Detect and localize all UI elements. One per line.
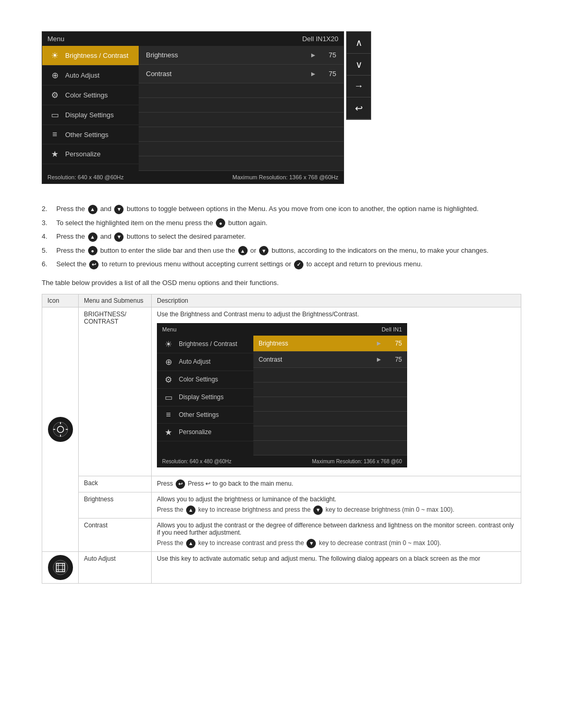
brightness-desc: Use the Brightness and Contrast menu to … <box>152 307 521 476</box>
down-icon: ▼ <box>114 205 124 214</box>
up-icon: ▲ <box>238 246 248 255</box>
mini-sidebar-label: Auto Adjust <box>179 358 211 365</box>
mini-sidebar-icon: ≡ <box>161 410 176 419</box>
osd-btn-back[interactable]: ↩ <box>347 97 371 119</box>
row-arrow: ▶ <box>311 71 315 77</box>
mini-osd-header: Menu Dell IN1 <box>157 323 407 336</box>
table-row-contrast: Contrast Allows you to adjust the contra… <box>42 518 521 551</box>
mini-osd-footer: Resolution: 640 x 480 @60Hz Maximum Reso… <box>157 455 407 467</box>
osd-header-model: Dell IN1X20 <box>302 35 338 43</box>
sidebar-icon: ⊕ <box>47 70 62 80</box>
back-icon: ↩ <box>176 479 185 489</box>
sidebar-icon: ⚙ <box>47 90 62 100</box>
mini-sidebar-item[interactable]: ☀Brightness / Contrast <box>157 336 253 353</box>
table-header-desc: Description <box>152 294 521 307</box>
instructions-list: 2. Press the ▲ and ▼ buttons to toggle b… <box>42 204 521 269</box>
sidebar-icon: ☀ <box>47 51 62 60</box>
mini-content-row: Brightness▶75 <box>253 336 407 352</box>
sidebar-label: Other Settings <box>65 131 108 139</box>
sidebar-item-display-settings[interactable]: ▭Display Settings <box>42 105 139 125</box>
sub-item-back: Back <box>79 476 152 492</box>
list-item: 6. Select the ↩ to return to previous me… <box>42 259 521 269</box>
down-icon: ▼ <box>313 505 323 515</box>
sub-item-contrast: Contrast <box>79 518 152 551</box>
accept-icon: ✓ <box>294 260 303 269</box>
list-item: 5. Press the ● button to enter the slide… <box>42 245 521 256</box>
table-row-brightness: Brightness Allows you to adjust the brig… <box>42 492 521 518</box>
list-item: 2. Press the ▲ and ▼ buttons to toggle b… <box>42 204 521 214</box>
brightness-icon <box>48 417 73 442</box>
down-icon: ▼ <box>114 232 124 242</box>
sidebar-item-color-settings[interactable]: ⚙Color Settings <box>42 85 139 105</box>
sidebar-label: Display Settings <box>65 111 114 119</box>
mini-sidebar-item[interactable]: ⚙Color Settings <box>157 371 253 389</box>
osd-table: Icon Menu and Submenus Description <box>42 294 521 584</box>
down-icon: ▼ <box>307 539 316 548</box>
auto-adjust-icon-cell <box>42 551 79 583</box>
brightness-menu-name: BRIGHTNESS/ CONTRAST <box>79 307 152 476</box>
row-value: 75 <box>321 51 336 59</box>
table-row-back: Back Press ↩ Press ↩ to go back to the m… <box>42 476 521 492</box>
mini-sidebar-icon: ☀ <box>161 339 176 349</box>
mini-row-label: Brightness <box>259 340 372 347</box>
sidebar-icon: ★ <box>47 149 62 159</box>
auto-adjust-menu-name: Auto Adjust <box>79 551 152 583</box>
up-icon: ▲ <box>88 232 97 242</box>
sidebar-icon: ≡ <box>47 130 62 139</box>
mini-content-row: Contrast▶75 <box>253 352 407 368</box>
mini-row-value: 75 <box>386 356 402 363</box>
sidebar-label: Auto Adjust <box>65 71 100 79</box>
mini-sidebar-icon: ⚙ <box>161 375 176 385</box>
mini-row-value: 75 <box>386 340 402 347</box>
sidebar-icon: ▭ <box>47 110 62 120</box>
mini-osd-content: Brightness▶75Contrast▶75 <box>253 336 407 455</box>
osd-header-title: Menu <box>47 35 65 43</box>
mini-sidebar-label: Color Settings <box>179 376 218 383</box>
mini-osd: Menu Dell IN1 ☀Brightness / Contrast⊕Aut… <box>157 323 407 467</box>
sub-desc-back: Press ↩ Press ↩ to go back to the main m… <box>152 476 521 492</box>
sidebar-item-brightness-/-contrast[interactable]: ☀Brightness / Contrast <box>42 46 139 66</box>
osd-content: Brightness▶75Contrast▶75 <box>139 46 344 171</box>
table-intro: The table below provides a list of all t… <box>42 279 521 287</box>
osd-header: Menu Dell IN1X20 <box>42 32 344 46</box>
row-arrow: ▶ <box>311 52 315 58</box>
table-header-icon: Icon <box>42 294 79 307</box>
mini-row-arrow: ▶ <box>377 356 381 362</box>
mini-sidebar-icon: ⊕ <box>161 357 176 367</box>
mini-sidebar-item[interactable]: ▭Display Settings <box>157 389 253 406</box>
sidebar-label: Brightness / Contrast <box>65 52 128 59</box>
enter-icon: ● <box>216 218 225 228</box>
osd-footer-max-res: Maximum Resolution: 1366 x 768 @60Hz <box>232 174 338 180</box>
osd-btn-right[interactable]: → <box>347 76 371 97</box>
mini-sidebar-item[interactable]: ★Personalize <box>157 424 253 441</box>
mini-sidebar-label: Other Settings <box>179 411 219 418</box>
osd-footer-res: Resolution: 640 x 480 @60Hz <box>47 174 124 180</box>
sidebar-item-personalize[interactable]: ★Personalize <box>42 144 139 164</box>
osd-sidebar: ☀Brightness / Contrast⊕Auto Adjust⚙Color… <box>42 46 139 171</box>
brightness-icon-cell <box>42 307 79 551</box>
mini-sidebar-item[interactable]: ≡Other Settings <box>157 406 253 424</box>
enter-icon: ● <box>88 246 97 255</box>
mini-sidebar-icon: ★ <box>161 427 176 437</box>
mini-sidebar-label: Display Settings <box>179 393 224 401</box>
mini-sidebar-label: Brightness / Contrast <box>179 340 237 348</box>
row-label: Contrast <box>146 70 306 78</box>
top-osd-menu: Menu Dell IN1X20 ☀Brightness / Contrast⊕… <box>42 31 344 184</box>
sidebar-label: Personalize <box>65 150 101 158</box>
mini-row-arrow: ▶ <box>377 340 381 346</box>
mini-sidebar-item[interactable]: ⊕Auto Adjust <box>157 353 253 371</box>
sidebar-item-other-settings[interactable]: ≡Other Settings <box>42 125 139 144</box>
list-item: 3. To select the highlighted item on the… <box>42 218 521 228</box>
osd-body: ☀Brightness / Contrast⊕Auto Adjust⚙Color… <box>42 46 344 171</box>
sub-desc-contrast: Allows you to adjust the contrast or the… <box>152 518 521 551</box>
up-icon: ▲ <box>186 539 195 548</box>
sub-desc-brightness: Allows you to adjust the brightness or l… <box>152 492 521 518</box>
back-icon: ↩ <box>89 260 99 269</box>
row-value: 75 <box>321 70 336 78</box>
auto-adjust-icon <box>48 555 73 580</box>
osd-btn-up[interactable]: ∧ <box>347 32 371 54</box>
osd-btn-down[interactable]: ∨ <box>347 54 371 76</box>
up-icon: ▲ <box>88 205 97 214</box>
mini-osd-sidebar: ☀Brightness / Contrast⊕Auto Adjust⚙Color… <box>157 336 253 455</box>
sidebar-item-auto-adjust[interactable]: ⊕Auto Adjust <box>42 66 139 85</box>
